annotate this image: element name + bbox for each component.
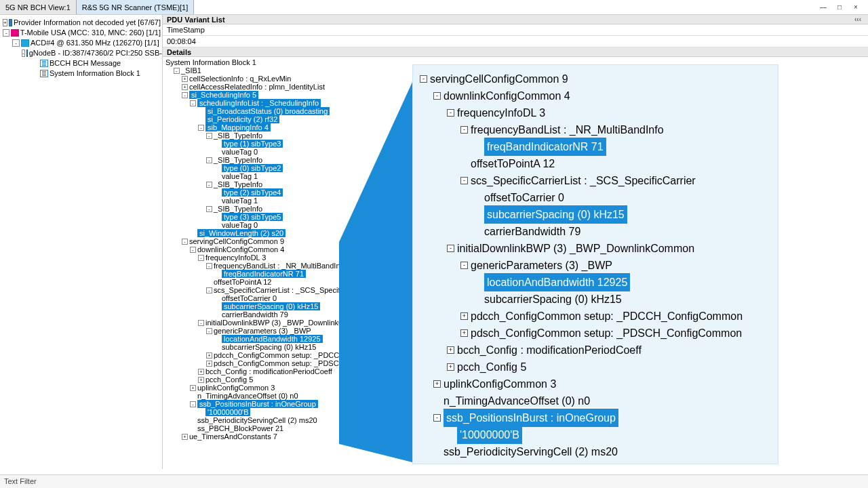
tree-node[interactable]: -gNodeB - ID:387/47360/2 PCI:250 SSB-Ind… xyxy=(1,48,161,58)
toggle-icon[interactable]: - xyxy=(190,401,196,407)
toggle-icon[interactable]: - xyxy=(190,100,196,106)
toggle-icon[interactable]: + xyxy=(460,329,468,337)
tree-node[interactable]: -T-Mobile USA (MCC: 310, MNC: 260) [1/1] xyxy=(1,28,161,38)
toggle-icon[interactable]: + xyxy=(198,369,204,375)
zoom-line[interactable]: +uplinkConfigCommon 3 xyxy=(417,375,774,392)
zoom-line[interactable]: -frequencyInfoDL 3 xyxy=(417,104,774,121)
detail-text: ssb_PositionsInBurst : inOneGroup xyxy=(197,400,318,408)
toggle-icon[interactable]: - xyxy=(174,68,180,74)
toggle-icon[interactable]: - xyxy=(447,245,454,252)
zoom-line[interactable]: +pcch_Config 5 xyxy=(417,359,774,375)
zoom-line[interactable]: ssb_PeriodicityServingCell (2) ms20 xyxy=(417,443,774,460)
detail-text: frequencyInfoDL 3 xyxy=(205,253,266,262)
zoom-line[interactable]: -genericParameters (3) _BWP xyxy=(417,257,774,274)
node-icon xyxy=(26,49,28,57)
detail-text: schedulingInfoList : _SchedulingInfo xyxy=(197,99,321,107)
zoom-text: bcch_Config : modificationPeriodCoeff xyxy=(457,342,642,359)
zoom-line[interactable]: subcarrierSpacing (0) kHz15 xyxy=(417,206,774,223)
tree-node[interactable]: System Information Block 1 xyxy=(1,68,161,79)
toggle-icon[interactable]: + xyxy=(447,346,454,354)
provider-tree[interactable]: +Provider Information not decoded yet [6… xyxy=(0,15,163,469)
toggle-icon[interactable]: + xyxy=(182,76,188,82)
zoom-line[interactable]: -frequencyBandList : _NR_MultiBandInfo xyxy=(417,121,774,138)
detail-text: carrierBandwidth 79 xyxy=(222,310,288,319)
zoom-text: pdcch_ConfigCommon setup: _PDCCH_ConfigC… xyxy=(471,308,743,325)
toggle-icon[interactable]: - xyxy=(198,320,204,326)
tab-bch-view[interactable]: 5G NR BCH View:1 xyxy=(0,0,77,14)
zoom-line[interactable]: carrierBandwidth 79 xyxy=(417,223,774,240)
detail-text: cellSelectionInfo : q_RxLevMin xyxy=(189,75,291,83)
toggle-icon[interactable]: - xyxy=(22,49,25,57)
toggle-icon[interactable]: + xyxy=(447,363,454,371)
zoom-line[interactable]: offsetToPointA 12 xyxy=(417,155,774,172)
toggle-icon[interactable]: - xyxy=(206,182,212,188)
toggle-icon[interactable]: + xyxy=(198,377,204,383)
tree-node[interactable]: +Provider Information not decoded yet [6… xyxy=(1,18,161,28)
toggle-icon[interactable]: - xyxy=(206,328,212,334)
tree-node[interactable]: -ACD#4 @ 631.350 MHz (126270) [1/1] xyxy=(1,38,161,48)
zoom-line[interactable]: subcarrierSpacing (0) kHz15 xyxy=(417,291,774,308)
detail-text: uplinkConfigCommon 3 xyxy=(197,384,275,392)
toggle-icon[interactable]: + xyxy=(206,361,212,367)
zoom-line[interactable]: -servingCellConfigCommon 9 xyxy=(417,70,774,87)
toggle-icon[interactable]: - xyxy=(12,39,20,47)
toggle-icon[interactable]: - xyxy=(206,206,212,212)
tab-scanner[interactable]: R&S 5G NR Scanner (TSME)[1] xyxy=(77,0,195,14)
zoom-line[interactable]: locationAndBandwidth 12925 xyxy=(417,274,774,291)
detail-text: subcarrierSpacing (0) kHz15 xyxy=(222,343,316,351)
zoom-line[interactable]: n_TimingAdvanceOffset (0) n0 xyxy=(417,392,774,409)
zoom-line[interactable]: freqBandIndicatorNR 71 xyxy=(417,138,774,155)
zoom-line[interactable]: '10000000'B xyxy=(417,426,774,443)
minimize-button[interactable]: — xyxy=(819,3,827,12)
zoom-line[interactable]: -scs_SpecificCarrierList : _SCS_Specific… xyxy=(417,172,774,189)
toggle-icon[interactable]: + xyxy=(433,380,441,388)
detail-text: sib_MappingInfo 4 xyxy=(205,123,271,131)
toggle-icon[interactable]: - xyxy=(206,133,212,139)
zoom-line[interactable]: -downlinkConfigCommon 4 xyxy=(417,87,774,104)
toggle-icon[interactable]: - xyxy=(206,287,212,293)
detail-text: _SIB_TypeInfo xyxy=(214,205,262,213)
zoom-line[interactable]: -initialDownlinkBWP (3) _BWP_DownlinkCom… xyxy=(417,240,774,257)
toggle-icon[interactable]: - xyxy=(433,92,441,100)
zoom-line[interactable]: offsetToCarrier 0 xyxy=(417,189,774,206)
text-filter[interactable]: Text Filter xyxy=(0,474,868,488)
detail-text: valueTag 1 xyxy=(222,172,258,180)
detail-text: scs_SpecificCarrierList : _SCS_SpecificC… xyxy=(214,286,368,294)
detail-text: genericParameters (3) _BWP xyxy=(214,327,311,335)
toggle-icon[interactable]: + xyxy=(3,19,7,26)
toggle-icon[interactable]: - xyxy=(198,125,204,131)
node-icon xyxy=(40,70,48,77)
toggle-icon[interactable]: - xyxy=(190,247,196,253)
zoom-line[interactable]: -ssb_PositionsInBurst : inOneGroup xyxy=(417,409,774,426)
toggle-icon[interactable]: - xyxy=(420,75,427,83)
node-icon xyxy=(21,39,29,47)
zoom-line[interactable]: +pdcch_ConfigCommon setup: _PDCCH_Config… xyxy=(417,308,774,325)
zoom-text: pcch_Config 5 xyxy=(457,359,526,375)
toggle-icon[interactable]: - xyxy=(182,239,188,245)
pdu-row[interactable]: 00:08:04 xyxy=(163,36,868,47)
tree-node[interactable]: BCCH BCH Message xyxy=(1,58,161,68)
toggle-icon[interactable]: + xyxy=(206,352,212,359)
toggle-icon[interactable]: - xyxy=(447,109,454,117)
toggle-icon[interactable]: + xyxy=(190,385,196,391)
toggle-icon[interactable]: - xyxy=(206,263,212,269)
collapse-icon[interactable]: ‹‹‹ xyxy=(854,16,861,23)
toggle-icon[interactable]: - xyxy=(460,126,468,134)
toggle-icon[interactable]: + xyxy=(182,84,188,90)
toggle-icon[interactable]: - xyxy=(460,262,468,269)
toggle-icon[interactable]: - xyxy=(433,414,441,422)
toggle-icon[interactable]: - xyxy=(198,255,204,261)
maximize-button[interactable]: □ xyxy=(835,3,844,12)
close-button[interactable]: × xyxy=(852,3,860,12)
detail-text: ssb_PeriodicityServingCell (2) ms20 xyxy=(197,416,317,424)
zoom-line[interactable]: +bcch_Config : modificationPeriodCoeff xyxy=(417,342,774,359)
toggle-icon[interactable]: - xyxy=(182,92,188,98)
detail-text: si_Periodicity (2) rf32 xyxy=(205,115,279,123)
toggle-icon[interactable]: + xyxy=(182,434,188,440)
detail-text: type (1) sibType3 xyxy=(222,140,283,148)
zoom-line[interactable]: +pdsch_ConfigCommon setup: _PDSCH_Config… xyxy=(417,325,774,342)
toggle-icon[interactable]: - xyxy=(206,157,212,163)
toggle-icon[interactable]: - xyxy=(460,177,468,184)
toggle-icon[interactable]: + xyxy=(460,312,468,320)
toggle-icon[interactable]: - xyxy=(3,29,9,37)
